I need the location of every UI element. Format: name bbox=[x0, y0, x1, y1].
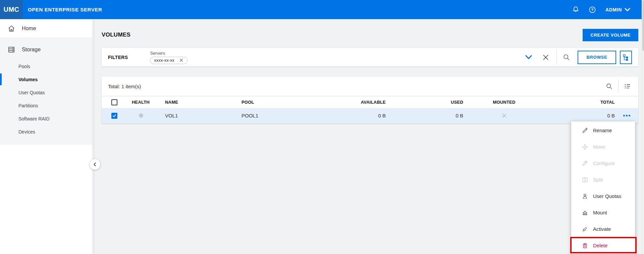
sidebar-scrollbar[interactable] bbox=[92, 19, 95, 254]
page-header: VOLUMES CREATE VOLUME bbox=[102, 19, 638, 48]
total-cell: 0 B bbox=[545, 113, 615, 118]
sidebar-nav: Home Storage Pools Volumes User Quotas P… bbox=[0, 19, 95, 254]
check-icon bbox=[112, 114, 116, 118]
table-toolbar: Total: 1 item(s) bbox=[102, 77, 638, 96]
svg-text:?: ? bbox=[591, 8, 594, 12]
sidebar-storage-label: Storage bbox=[22, 47, 41, 53]
chip-remove-icon[interactable] bbox=[179, 58, 183, 62]
app-window: UMC OPEN ENTERPRISE SERVER ? ADMIN bbox=[0, 0, 644, 254]
menu-item-rename[interactable]: Rename bbox=[571, 122, 635, 139]
home-icon bbox=[7, 24, 15, 33]
menu-item-move[interactable]: Move bbox=[571, 139, 635, 155]
menu-item-split[interactable]: Split bbox=[571, 171, 635, 188]
browse-button[interactable]: BROWSE bbox=[578, 51, 616, 64]
filters-bar: FILTERS Servers xxxx-xx-xx bbox=[102, 48, 638, 66]
pencil-icon bbox=[582, 127, 588, 134]
column-options-icon[interactable] bbox=[624, 83, 631, 90]
menu-item-user-quotas[interactable]: User Quotas bbox=[571, 188, 635, 204]
row-checkbox[interactable] bbox=[111, 113, 117, 119]
filters-search-icon[interactable] bbox=[563, 54, 570, 61]
menu-label-rename: Rename bbox=[593, 128, 612, 133]
scrollbar-thumb[interactable] bbox=[642, 0, 644, 51]
help-icon[interactable]: ? bbox=[588, 5, 597, 14]
table-header-row: HEALTH NAME POOL AVAILABLE USED MOUNTED … bbox=[102, 96, 638, 108]
total-items-label: Total: 1 item(s) bbox=[108, 84, 141, 89]
menu-item-activate[interactable]: Activate bbox=[571, 221, 635, 237]
sidebar-software-raid-label: Software RAID bbox=[18, 116, 50, 121]
move-icon bbox=[582, 144, 588, 150]
volumes-table: Total: 1 item(s) bbox=[102, 77, 638, 123]
filters-divider bbox=[556, 50, 557, 64]
column-header-pool[interactable]: POOL bbox=[241, 100, 319, 105]
filters-actions: BROWSE bbox=[525, 50, 638, 64]
column-header-used[interactable]: USED bbox=[386, 100, 463, 105]
column-header-available[interactable]: AVAILABLE bbox=[319, 100, 386, 105]
chevron-down-icon bbox=[625, 8, 630, 12]
topbar-actions: ? ADMIN bbox=[571, 5, 642, 14]
filters-label: FILTERS bbox=[108, 55, 128, 60]
split-icon bbox=[582, 176, 588, 183]
sidebar-item-storage[interactable]: Storage bbox=[0, 40, 95, 60]
sidebar-item-home[interactable]: Home bbox=[0, 19, 95, 38]
server-filter-chip-value: xxxx-xx-xx bbox=[154, 58, 174, 63]
menu-item-configure[interactable]: Configure bbox=[571, 155, 635, 171]
column-header-total[interactable]: TOTAL bbox=[545, 100, 615, 105]
menu-label-activate: Activate bbox=[593, 226, 611, 232]
storage-icon bbox=[7, 46, 15, 54]
column-header-name[interactable]: NAME bbox=[165, 100, 241, 105]
not-mounted-icon bbox=[501, 113, 507, 118]
servers-filter-group: Servers xxxx-xx-xx bbox=[150, 51, 187, 64]
table-search-icon[interactable] bbox=[606, 83, 613, 90]
used-cell: 0 B bbox=[386, 113, 463, 118]
tree-hierarchy-icon bbox=[623, 54, 629, 61]
select-all-checkbox[interactable] bbox=[111, 99, 117, 105]
menu-label-mount: Mount bbox=[593, 210, 607, 215]
row-actions-menu-icon[interactable] bbox=[623, 115, 630, 116]
eject-icon bbox=[582, 209, 588, 216]
sidebar-item-user-quotas[interactable]: User Quotas bbox=[0, 86, 95, 99]
sidebar-item-partitions[interactable]: Partitions bbox=[0, 99, 95, 112]
column-header-mounted[interactable]: MOUNTED bbox=[463, 100, 545, 105]
page-scrollbar[interactable] bbox=[642, 0, 644, 254]
menu-label-user-quotas: User Quotas bbox=[593, 193, 621, 199]
sidebar-home-label: Home bbox=[22, 26, 36, 32]
sidebar-pools-label: Pools bbox=[18, 64, 30, 69]
sidebar-volumes-label: Volumes bbox=[18, 77, 38, 82]
servers-filter-label: Servers bbox=[150, 51, 187, 56]
user-icon bbox=[582, 193, 588, 200]
product-title: OPEN ENTERPRISE SERVER bbox=[28, 7, 102, 12]
create-volume-button[interactable]: CREATE VOLUME bbox=[583, 29, 638, 41]
sidebar-partitions-label: Partitions bbox=[18, 103, 38, 108]
tree-view-button[interactable] bbox=[620, 51, 632, 64]
notifications-bell-icon[interactable] bbox=[571, 5, 580, 14]
sidebar-item-software-raid[interactable]: Software RAID bbox=[0, 112, 95, 125]
expand-filters-chevron-icon[interactable] bbox=[525, 55, 532, 60]
sidebar-user-quotas-label: User Quotas bbox=[18, 90, 45, 95]
server-filter-chip[interactable]: xxxx-xx-xx bbox=[150, 57, 187, 64]
sidebar-devices-label: Devices bbox=[18, 129, 35, 135]
mounted-cell bbox=[463, 113, 545, 118]
health-status-dot bbox=[139, 113, 143, 118]
sidebar-item-pools[interactable]: Pools bbox=[0, 60, 95, 73]
menu-item-delete[interactable]: Delete bbox=[571, 237, 635, 254]
column-header-health[interactable]: HEALTH bbox=[132, 100, 165, 105]
trash-icon bbox=[582, 242, 588, 249]
menu-label-move: Move bbox=[593, 144, 605, 150]
row-actions-context-menu: Rename Move Configure Split User Quotas bbox=[571, 121, 635, 254]
umc-logo[interactable]: UMC bbox=[0, 0, 23, 19]
main-content: VOLUMES CREATE VOLUME FILTERS Servers xx… bbox=[95, 19, 642, 254]
table-row[interactable]: VOL1 POOL1 0 B 0 B 0 B bbox=[102, 108, 638, 123]
plug-icon bbox=[582, 226, 588, 233]
menu-item-mount[interactable]: Mount bbox=[571, 204, 635, 221]
toolbar-divider bbox=[618, 80, 619, 93]
menu-label-configure: Configure bbox=[593, 160, 615, 166]
clear-filters-icon[interactable] bbox=[542, 54, 549, 61]
menu-label-delete: Delete bbox=[593, 243, 607, 248]
sidebar-collapse-button[interactable] bbox=[90, 159, 100, 170]
volume-name-cell: VOL1 bbox=[165, 113, 241, 118]
admin-user-menu[interactable]: ADMIN bbox=[605, 7, 630, 12]
sidebar-section-storage: Storage Pools Volumes User Quotas Partit… bbox=[0, 38, 95, 145]
sidebar-item-volumes[interactable]: Volumes bbox=[0, 73, 95, 86]
sidebar-item-devices[interactable]: Devices bbox=[0, 125, 95, 138]
top-bar: UMC OPEN ENTERPRISE SERVER ? ADMIN bbox=[0, 0, 642, 19]
